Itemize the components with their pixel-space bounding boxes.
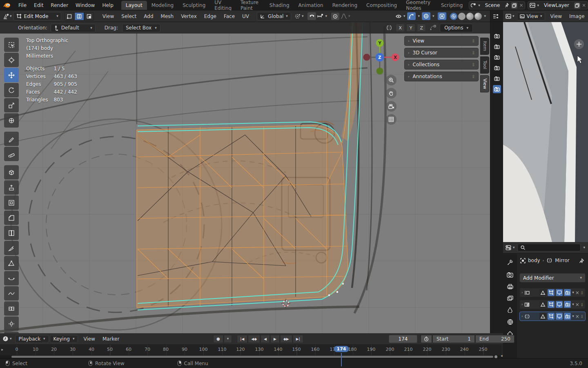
modifier-row[interactable]: › ▾ × ⣿ — [519, 288, 586, 297]
auto-key-dropdown[interactable]: ▾ — [224, 335, 232, 343]
realtime-toggle[interactable] — [556, 301, 563, 308]
render-visibility-camera-icon[interactable] — [493, 74, 501, 83]
start-frame-field[interactable]: Start1 — [432, 335, 475, 343]
scene-selector[interactable]: ▾ Scene × — [469, 1, 525, 9]
tool-knife[interactable] — [4, 241, 19, 255]
play-button[interactable]: ▶ — [270, 335, 280, 343]
pin-icon[interactable] — [505, 3, 510, 8]
reference-photo[interactable] — [503, 22, 588, 242]
properties-search-input[interactable] — [517, 244, 581, 251]
image-mode-dropdown[interactable]: View ▾ — [517, 12, 545, 20]
npanel-tab-item[interactable]: Item — [480, 38, 489, 55]
extras-dropdown-icon[interactable]: ▾ — [572, 314, 574, 318]
pivot-point-dropdown[interactable]: ▾ — [294, 13, 304, 19]
npanel-section-3d-cursor[interactable]: ›3D Cursor⣿ — [404, 48, 479, 58]
expand-icon[interactable]: › — [521, 314, 523, 318]
tool-annotate[interactable] — [4, 132, 19, 146]
playback-menu[interactable]: Playback▾ — [15, 335, 49, 343]
timeline-scrollbar[interactable]: ▾ — [0, 355, 503, 358]
chevron-down-icon[interactable]: ▾ — [484, 14, 486, 18]
modifier-row-mirror-active[interactable]: › ▾ × ⣿ — [519, 312, 586, 321]
npanel-section-annotations[interactable]: ›Annotations⣿ — [404, 72, 479, 81]
menu-face[interactable]: Face — [220, 12, 238, 20]
snap-settings-dropdown[interactable]: ▾ — [317, 13, 327, 19]
workspace-tab-shading[interactable]: Shading — [265, 1, 294, 10]
menu-select[interactable]: Select — [118, 12, 140, 20]
drag-dropdown[interactable]: Select Box ▾ — [122, 24, 160, 32]
next-keyframe-button[interactable]: ◆▶ — [280, 335, 292, 343]
play-reverse-button[interactable]: ◀ — [261, 335, 270, 343]
current-frame-badge[interactable]: 174 — [334, 346, 349, 352]
menu-mesh[interactable]: Mesh — [157, 12, 178, 20]
modifier-row[interactable]: › ▾ × ⣿ — [519, 300, 586, 309]
scene-name[interactable]: Scene — [482, 2, 503, 8]
snap-toggle[interactable] — [307, 12, 316, 20]
options-dropdown[interactable]: Options ▾ — [440, 24, 473, 32]
region-toggle-icon[interactable]: ▾ — [500, 355, 503, 357]
menu-help[interactable]: Help — [98, 1, 117, 9]
menu-uv[interactable]: UV — [238, 12, 253, 20]
current-frame-field[interactable]: 174 — [389, 335, 417, 343]
tool-select-box[interactable] — [4, 38, 19, 52]
edge-select-button[interactable] — [74, 12, 84, 20]
proportional-edit-toggle[interactable] — [331, 13, 339, 20]
mode-dropdown[interactable]: Edit Mode ▾ — [13, 12, 61, 20]
grip-icon[interactable]: ⣿ — [472, 75, 475, 78]
chevron-down-icon[interactable]: ▾ — [432, 14, 434, 18]
proportional-falloff-dropdown[interactable]: ▾ — [341, 13, 350, 19]
grip-icon[interactable]: ⣿ — [472, 39, 475, 43]
zoom-button[interactable] — [386, 75, 396, 85]
mirror-z-button[interactable]: Z — [417, 24, 426, 32]
render-visibility-camera-icon[interactable] — [493, 32, 501, 40]
tool-rotate[interactable] — [4, 83, 19, 97]
breadcrumb-object[interactable]: body — [528, 258, 540, 263]
tool-shrink-fatten[interactable] — [4, 316, 19, 331]
end-frame-field[interactable]: End250 — [475, 335, 514, 343]
render-visibility-camera-icon-active[interactable] — [493, 85, 501, 93]
shading-solid-button[interactable] — [458, 13, 466, 20]
timeline-expand-icon[interactable]: ▾ — [0, 349, 4, 351]
expand-icon[interactable]: › — [521, 303, 523, 306]
use-preview-range-toggle[interactable] — [421, 335, 432, 343]
render-visibility-camera-icon[interactable] — [493, 43, 501, 51]
ortho-grid-button[interactable] — [386, 114, 396, 125]
editor-type-button[interactable]: ▾ — [506, 14, 514, 19]
workspace-tab-sculpting[interactable]: Sculpting — [178, 1, 210, 10]
tool-inset[interactable] — [4, 195, 19, 210]
tool-smooth[interactable] — [4, 286, 19, 301]
extras-dropdown-icon[interactable]: ▾ — [572, 303, 574, 306]
face-select-button[interactable] — [84, 12, 94, 20]
workspace-tab-scripting[interactable]: Scripting — [437, 1, 467, 10]
on-cage-toggle[interactable] — [539, 301, 546, 308]
unlink-scene-icon[interactable]: × — [519, 2, 523, 8]
mirror-y-button[interactable]: Y — [406, 24, 415, 32]
tool-scale[interactable] — [4, 98, 19, 112]
tab-scene-icon[interactable] — [508, 307, 512, 313]
grip-icon[interactable]: ⣿ — [581, 303, 584, 306]
snap-projection-icon[interactable] — [430, 25, 436, 31]
editor-type-button[interactable]: ▾ — [2, 336, 12, 342]
realtime-toggle[interactable] — [556, 289, 563, 296]
shading-material-button[interactable] — [466, 13, 474, 20]
viewport-3d[interactable]: Top Orthographic (174) body Millimeters … — [0, 22, 490, 333]
edit-mode-toggle[interactable] — [548, 289, 555, 296]
npanel-tab-tool[interactable]: Tool — [480, 56, 489, 74]
render-toggle[interactable] — [564, 313, 571, 320]
edit-mode-toggle[interactable] — [548, 301, 555, 308]
npanel-section-collections[interactable]: ›Collections⣿ — [404, 60, 479, 70]
render-visibility-camera-icon[interactable] — [493, 53, 501, 61]
viewlayer-selector[interactable]: ▾ ViewLayer × — [528, 1, 588, 9]
tool-measure[interactable] — [4, 147, 19, 161]
on-cage-toggle[interactable] — [539, 313, 546, 320]
tool-extrude[interactable] — [4, 180, 19, 195]
tab-tool-icon[interactable] — [507, 259, 513, 266]
grip-icon[interactable]: ⣿ — [581, 315, 584, 318]
tool-transform[interactable] — [4, 113, 19, 128]
menu-image[interactable]: Image — [566, 12, 588, 20]
add-modifier-dropdown[interactable]: Add Modifier ▾ — [519, 273, 586, 283]
new-viewlayer-button[interactable] — [574, 2, 580, 9]
tab-output-icon[interactable] — [507, 284, 513, 289]
auto-key-button[interactable]: ● — [213, 335, 223, 343]
tool-cursor[interactable] — [4, 53, 19, 67]
tool-orientation-dropdown[interactable]: Default ▾ — [51, 24, 96, 32]
